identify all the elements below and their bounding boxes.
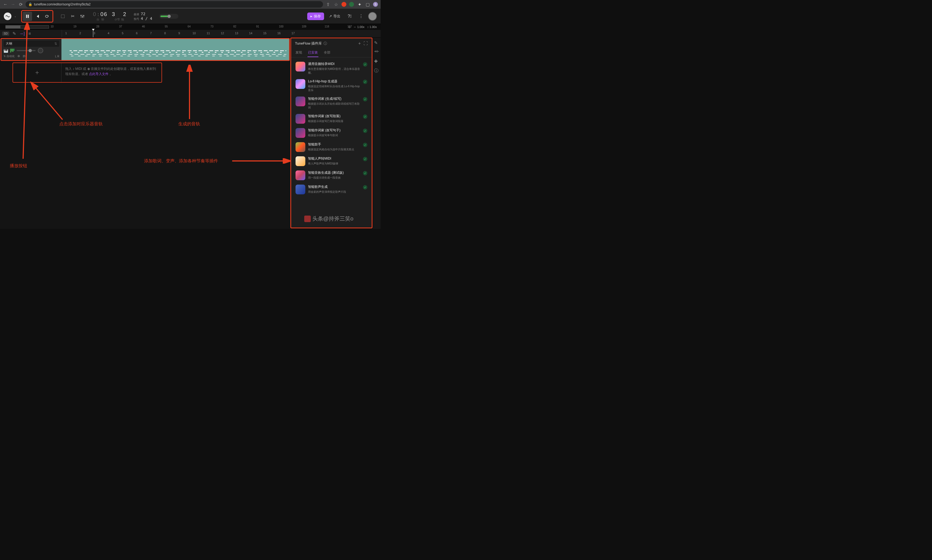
ruler-mark: 4 (108, 32, 109, 35)
playhead[interactable] (93, 30, 93, 37)
sd-badge[interactable]: SD (2, 32, 9, 35)
layers-icon[interactable]: ≡ (27, 31, 32, 36)
browser-extensions: ⇧ ☆ ✦ ▢ S (325, 2, 378, 7)
app-topbar: ⌄ ✂ 0:06 分 秒 3 2 小节 拍 曲速72 拍号4 / 4 ▸ 保存 (0, 9, 381, 24)
level-meter (10, 49, 14, 52)
plugin-item[interactable]: 智能作词家 (生成/续写)根据提示词从头开始生成歌词或续写已有歌词✓ (293, 94, 369, 112)
zoom-x[interactable]: ↔ 1.00x (354, 25, 364, 29)
ruler-mark: 3 (94, 32, 95, 35)
edit-tools: ✂ (60, 13, 85, 19)
ruler[interactable]: 1234567891011121314151617 (62, 30, 381, 37)
skip-back-button[interactable] (32, 12, 42, 21)
installed-check-icon: ✓ (363, 143, 367, 147)
installed-check-icon: ✓ (363, 185, 367, 189)
ruler-mark: 5 (122, 32, 123, 35)
audio-icon: ◉ (87, 67, 90, 71)
browser-bar: ← → ⟳ 🔒 tuneflow.com/editor/song/2nnfmy5… (0, 0, 381, 9)
minimap-mark: 109 (302, 25, 306, 28)
master-volume-slider[interactable] (159, 14, 178, 19)
plugin-desc: 根据提示词改写已有歌词段落 (308, 119, 360, 123)
user-avatar[interactable] (368, 12, 377, 21)
ruler-mark: 7 (150, 32, 152, 35)
tab-discover[interactable]: 发现 (295, 49, 303, 57)
plugin-item[interactable]: 智能音效生成器 (测试版)用一段提示词生成一段音效✓ (293, 168, 369, 182)
save-button[interactable]: ▸ 保存 (307, 12, 324, 20)
plugin-item[interactable]: 智能作词家 (改写段落)根据提示词改写已有歌词段落✓ (293, 112, 369, 126)
info-rail-icon[interactable]: ⓘ (374, 68, 380, 74)
add-plugin-icon[interactable]: + (358, 41, 361, 46)
loop-button[interactable] (42, 12, 52, 21)
snap-icon[interactable]: →| (20, 31, 25, 36)
url-bar[interactable]: 🔒 tuneflow.com/editor/song/2nnfmy5tcfa2 (26, 1, 323, 8)
pan-knob[interactable] (38, 48, 43, 53)
pen-tool-icon[interactable]: ✎ (12, 31, 17, 36)
extension-2-icon[interactable] (349, 2, 354, 7)
mixer-icon[interactable] (79, 13, 85, 19)
tempo-signature[interactable]: 曲速72 拍号4 / 4 (134, 12, 152, 21)
minimap[interactable] (5, 25, 49, 29)
plugin-list[interactable]: 通用音频转录MIDI将任意音频转录为MIDI音符，适合单乐器音频。✓Lo-fi … (291, 57, 372, 228)
plugin-name: 通用音频转录MIDI (308, 62, 360, 66)
automation-toggle[interactable]: ↯ 自动化 (3, 54, 15, 58)
tracks-area: 1 大钢 ⇅ 🎹 ↯ 自动化 单 静 (0, 37, 291, 229)
add-track-button[interactable]: + (13, 63, 62, 82)
minimap-mark: 64 (188, 25, 191, 28)
minimap-mark: 118 (325, 25, 329, 28)
panel-header: TuneFlow 插件库 ⓘ + ⛶ (291, 38, 372, 49)
plugin-name: 智能人声转MIDI (308, 156, 360, 161)
import-link[interactable]: 点此导入文件 (89, 72, 108, 76)
info-icon[interactable]: ⓘ (323, 41, 327, 46)
mute-button[interactable]: 静 (23, 54, 26, 58)
extensions-icon[interactable]: ✦ (357, 2, 362, 7)
app-logo[interactable] (4, 12, 11, 20)
installed-check-icon: ✓ (363, 171, 367, 175)
share-icon[interactable]: ⇧ (325, 2, 331, 7)
expand-icon[interactable]: ⛶ (363, 41, 368, 46)
select-tool-icon[interactable] (60, 13, 66, 19)
instrument-select[interactable]: 大钢 ⇅ (3, 40, 59, 47)
pause-button[interactable] (23, 12, 32, 21)
svg-point-5 (83, 15, 84, 16)
cut-tool-icon[interactable]: ✂ (69, 13, 75, 19)
menu-button[interactable]: ⋮ (357, 12, 365, 21)
plugin-desc: 用一段提示词生成一段音效 (308, 176, 360, 180)
tab-installed[interactable]: 已安装 (308, 49, 318, 57)
zoom-y[interactable]: ↕ 1.00x (367, 25, 377, 29)
extension-1-icon[interactable] (341, 2, 346, 7)
track-clip[interactable] (62, 39, 289, 60)
solo-button[interactable]: 单 (17, 54, 20, 58)
back-button[interactable]: ← (3, 2, 8, 7)
plugin-item[interactable]: 智能鼓手根据选定风格自动为选中片段填充鼓点✓ (293, 140, 369, 154)
forward-button[interactable]: → (10, 2, 16, 7)
reload-button[interactable]: ⟳ (18, 2, 23, 7)
zoom-controls: ⊙ ↔ 1.00x ↕ 1.00x (348, 25, 380, 29)
logo-chevron-icon[interactable]: ⌄ (14, 15, 16, 18)
time-minutes-seconds: 0:06 分 秒 (93, 11, 108, 22)
puzzle-rail-icon[interactable]: ✚ (374, 59, 380, 64)
track-footer: ↯ 自动化 单 静 L R (3, 54, 59, 58)
volume-slider[interactable] (17, 50, 35, 51)
ruler-tools: SD ✎ →| ≡ (0, 30, 62, 37)
ruler-mark: 10 (192, 32, 196, 35)
plugin-item[interactable]: 智能人声转MIDI将人声歌声转为MIDI旋律✓ (293, 154, 369, 168)
plugin-item[interactable]: Lo-fi Hip-hop 生成器根据选定情绪和时长自动生成 Lo-fi Hip… (293, 77, 369, 94)
export-button[interactable]: ↗ 导出 (327, 12, 343, 20)
tab-all[interactable]: 全部 (323, 49, 331, 57)
plugin-item[interactable]: 智能歌声生成用全新的声音演绎指定歌声片段✓ (293, 182, 369, 197)
window-icon[interactable]: ▢ (365, 2, 370, 7)
side-rail: ✎ ✚ ⓘ (373, 37, 381, 229)
plugin-name: 智能歌声生成 (308, 185, 360, 189)
plugin-desc: 根据选定风格自动为选中片段填充鼓点 (308, 148, 360, 151)
tune-rail-icon[interactable] (374, 49, 380, 55)
minimap-mark: 10 (51, 25, 54, 28)
plugin-item[interactable]: 智能作词家 (改写句子)根据提示词改写单句歌词✓ (293, 126, 369, 140)
profile-avatar-icon[interactable]: S (373, 2, 378, 7)
ruler-mark: 9 (178, 32, 180, 35)
star-icon[interactable]: ☆ (333, 2, 339, 7)
panel-actions: + ⛶ (358, 41, 368, 46)
edit-rail-icon[interactable]: ✎ (374, 40, 380, 46)
minimap-strip: 10192837465564738291100109118127 ⊙ ↔ 1.0… (0, 24, 381, 30)
help-button[interactable]: ?⃝ (345, 12, 354, 21)
plugin-item[interactable]: 通用音频转录MIDI将任意音频转录为MIDI音符，适合单乐器音频。✓ (293, 60, 369, 77)
ruler-mark: 1 (65, 32, 67, 35)
